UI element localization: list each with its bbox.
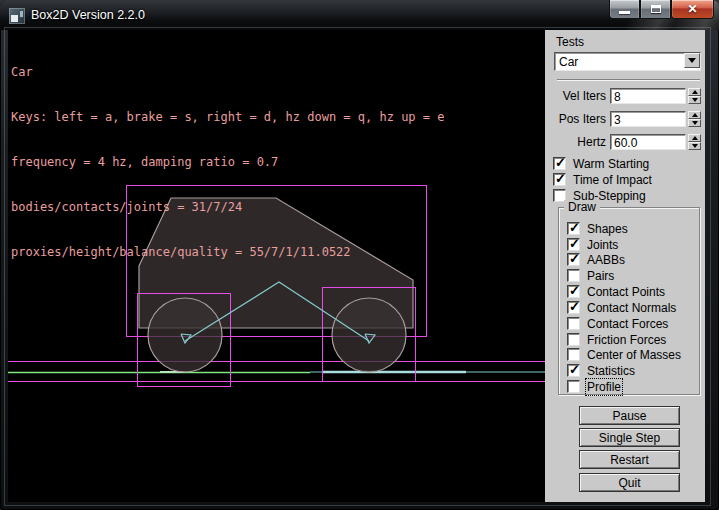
checkbox-label: AABBs [587,253,625,267]
stats-line-title: Car [11,65,444,80]
checkbox-center-of-masses[interactable]: Center of Masses [567,348,681,361]
checkbox-label: Contact Forces [587,317,668,331]
checkbox-joints[interactable]: Joints [567,238,618,251]
checkbox-box[interactable] [567,222,580,235]
arrow-down-icon [692,98,698,105]
hertz-label: Hertz [545,135,608,149]
checkbox-statistics[interactable]: Statistics [567,364,635,377]
checkbox-box[interactable] [567,380,580,393]
close-icon: ✕ [687,3,697,15]
pos-iters-up-button[interactable] [688,111,701,119]
draw-group: Draw Shapes Joints AABBs Pairs Contact P… [558,207,700,395]
checkbox-box[interactable] [567,301,580,314]
checkbox-box[interactable] [567,364,580,377]
checkbox-box[interactable] [567,333,580,346]
arrow-up-icon [692,133,698,140]
hertz-input[interactable]: 60.0 [610,134,686,150]
minimize-button[interactable] [609,0,640,19]
pos-iters-row: Pos Iters 3 [545,110,703,127]
draw-group-label: Draw [564,200,600,214]
checkbox-label: Center of Masses [587,348,681,362]
checkbox-profile[interactable]: Profile [567,380,621,393]
checkbox-label: Statistics [587,364,635,378]
vel-iters-row: Vel Iters 8 [545,87,703,104]
close-button[interactable]: ✕ [671,0,714,19]
hertz-down-button[interactable] [688,142,701,150]
arrow-up-icon [692,110,698,117]
single-step-button[interactable]: Single Step [579,428,680,447]
pos-iters-label: Pos Iters [545,112,608,126]
pause-button[interactable]: Pause [579,406,680,425]
minimize-icon [619,11,630,14]
vel-iters-input[interactable]: 8 [610,88,686,104]
tests-label: Tests [556,35,584,49]
checkbox-label: Joints [587,238,618,252]
checkbox-contact-points[interactable]: Contact Points [567,285,665,298]
checkbox-label: Contact Points [587,285,665,299]
stats-line-bodies: bodies/contacts/joints = 31/7/24 [11,200,444,215]
pos-iters-down-button[interactable] [688,119,701,127]
stats-line-frequency: frequency = 4 hz, damping ratio = 0.7 [11,155,444,170]
vel-iters-stepper [688,88,701,104]
chevron-down-icon [688,58,696,67]
control-panel: Tests Car Vel Iters 8 Pos Iters 3 [545,30,705,502]
vel-iters-label: Vel Iters [545,89,608,103]
maximize-icon [651,5,661,13]
checkbox-warm-starting[interactable]: Warm Starting [553,157,649,170]
arrow-up-icon [692,87,698,94]
stats-line-keys: Keys: left = a, brake = s, right = d, hz… [11,110,444,125]
checkbox-box[interactable] [567,285,580,298]
pos-iters-input[interactable]: 3 [610,111,686,127]
hertz-row: Hertz 60.0 [545,133,703,150]
statistics-overlay: Car Keys: left = a, brake = s, right = d… [11,35,444,290]
pos-iters-stepper [688,111,701,127]
checkbox-box[interactable] [553,157,566,170]
checkbox-label: Shapes [587,222,628,236]
checkbox-box[interactable] [567,348,580,361]
app-icon [9,8,25,24]
app-window: Box2D Version 2.2.0 ✕ [0,0,719,510]
checkbox-shapes[interactable]: Shapes [567,222,628,235]
arrow-down-icon [692,121,698,128]
window-title: Box2D Version 2.2.0 [31,8,145,22]
checkbox-label: Pairs [587,269,614,283]
vel-iters-down-button[interactable] [688,96,701,104]
maximize-button[interactable] [640,0,671,19]
hertz-up-button[interactable] [688,134,701,142]
checkbox-label: Time of Impact [573,173,652,187]
checkbox-box[interactable] [567,269,580,282]
checkbox-label: Contact Normals [587,301,676,315]
stats-line-proxies: proxies/height/balance/quality = 55/7/1/… [11,245,444,260]
simulation-canvas[interactable]: Car Keys: left = a, brake = s, right = d… [8,30,545,502]
test-select-dropdown[interactable]: Car [554,52,701,71]
checkbox-time-of-impact[interactable]: Time of Impact [553,173,652,186]
checkbox-label: Profile [587,380,621,394]
separator [557,79,700,81]
checkbox-box[interactable] [567,238,580,251]
arrow-down-icon [692,144,698,151]
checkbox-box[interactable] [567,253,580,266]
window-controls: ✕ [609,0,714,20]
hertz-stepper [688,134,701,150]
checkbox-aabbs[interactable]: AABBs [567,253,625,266]
checkbox-label: Warm Starting [573,157,649,171]
quit-button[interactable]: Quit [579,473,680,492]
checkbox-contact-normals[interactable]: Contact Normals [567,301,676,314]
checkbox-box[interactable] [567,317,580,330]
checkbox-label: Friction Forces [587,333,666,347]
checkbox-contact-forces[interactable]: Contact Forces [567,317,668,330]
dropdown-button[interactable] [684,53,700,68]
checkbox-pairs[interactable]: Pairs [567,269,614,282]
restart-button[interactable]: Restart [579,450,680,469]
checkbox-friction-forces[interactable]: Friction Forces [567,333,666,346]
test-selected-value: Car [555,53,684,70]
checkbox-box[interactable] [553,173,566,186]
vel-iters-up-button[interactable] [688,88,701,96]
